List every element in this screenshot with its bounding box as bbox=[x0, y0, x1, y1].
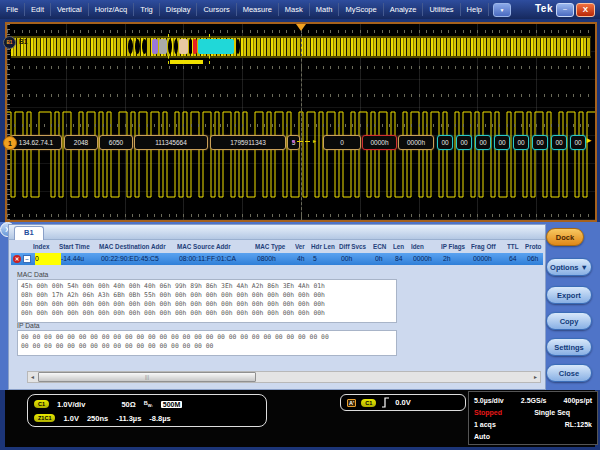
bandwidth-icon: BW: bbox=[144, 400, 153, 408]
trigger-source-badge: C1 bbox=[361, 399, 376, 407]
decode-field: 6050 bbox=[99, 135, 133, 150]
column-header[interactable]: MAC Destination Addr bbox=[99, 241, 177, 253]
channel-impedance: 50Ω bbox=[121, 400, 135, 409]
sample-rate: 2.5GS/s bbox=[521, 397, 547, 404]
row-cell: -14.44u bbox=[61, 253, 101, 265]
row-delete-icon[interactable]: ✕ bbox=[13, 255, 21, 263]
menu-item-myscope[interactable]: MyScope bbox=[339, 3, 383, 16]
decode-field: 134.62.74.1 bbox=[10, 135, 62, 150]
scroll-right-icon[interactable]: ► bbox=[531, 373, 540, 381]
channel-readout[interactable]: C1 1.0V/div 50Ω BW:500M Z1C1 1.0V 250ns … bbox=[27, 394, 267, 427]
column-header[interactable]: Frag Off bbox=[471, 241, 507, 253]
column-header[interactable]: MAC Source Addr bbox=[177, 241, 255, 253]
menu-item-edit[interactable]: Edit bbox=[25, 3, 51, 16]
column-header[interactable]: Iden bbox=[411, 241, 441, 253]
menu-bar: FileEditVerticalHoriz/AcqTrigDisplayCurs… bbox=[0, 0, 600, 19]
decode-field: 1795911343 bbox=[210, 135, 286, 150]
menu-item-utilities[interactable]: Utilities bbox=[423, 3, 460, 16]
decode-activity-marker bbox=[152, 39, 158, 54]
results-table-header: IndexStart TimeMAC Destination AddrMAC S… bbox=[11, 241, 543, 253]
menu-item-cursors[interactable]: Cursors bbox=[197, 3, 236, 16]
decode-field: 2048 bbox=[64, 135, 98, 150]
export-button[interactable]: Export bbox=[546, 286, 592, 304]
resolution: 400ps/pt bbox=[564, 397, 592, 404]
row-cell: 4h bbox=[297, 253, 313, 265]
menu-item-horizacq[interactable]: Horiz/Acq bbox=[89, 3, 135, 16]
row-minimize-icon[interactable]: – bbox=[23, 255, 31, 263]
column-header[interactable]: TTL bbox=[507, 241, 525, 253]
record-length: RL:125k bbox=[565, 421, 592, 428]
bus-b1-handle[interactable]: B1 bbox=[3, 36, 16, 49]
row-cell: 00h bbox=[341, 253, 375, 265]
results-tab-strip: B1 bbox=[9, 225, 545, 240]
menu-item-mask[interactable]: Mask bbox=[279, 3, 310, 16]
trigger-mode: Auto bbox=[474, 433, 490, 440]
decode-activity-marker bbox=[236, 39, 240, 54]
menu-item-vertical[interactable]: Vertical bbox=[51, 3, 89, 16]
decode-field: 00 bbox=[532, 135, 548, 150]
copy-button[interactable]: Copy bbox=[546, 312, 592, 330]
menu-item-file[interactable]: File bbox=[0, 3, 25, 16]
column-header[interactable]: IP Flags bbox=[441, 241, 471, 253]
trigger-level: 0.0V bbox=[395, 398, 410, 407]
zoom-scale: 1.0V bbox=[63, 414, 78, 423]
tek-logo: Tek bbox=[535, 3, 553, 14]
column-header[interactable]: Index bbox=[33, 241, 59, 253]
menu-item-analyze[interactable]: Analyze bbox=[384, 3, 424, 16]
decode-activity-marker bbox=[135, 39, 140, 54]
menu-item-trig[interactable]: Trig bbox=[134, 3, 160, 16]
column-header[interactable]: ECN bbox=[373, 241, 393, 253]
results-table-row[interactable]: ✕–0-14.44u00:22:90:ED:45:C508:00:11:FF:0… bbox=[11, 253, 543, 265]
decode-activity-marker bbox=[159, 39, 167, 54]
options-button[interactable]: Options ▼ bbox=[546, 258, 592, 276]
decode-field: 00 bbox=[513, 135, 529, 150]
tab-b1[interactable]: B1 bbox=[14, 226, 44, 240]
column-header[interactable]: Start Time bbox=[59, 241, 99, 253]
settings-button[interactable]: Settings bbox=[546, 338, 592, 356]
dock-button[interactable]: Dock bbox=[546, 228, 584, 246]
decode-activity-marker bbox=[142, 39, 147, 54]
zoom-timebase: 250ns bbox=[87, 414, 108, 423]
column-header[interactable]: Ver bbox=[295, 241, 311, 253]
decode-field: 00 bbox=[437, 135, 453, 150]
bottom-readout-bar: C1 1.0V/div 50Ω BW:500M Z1C1 1.0V 250ns … bbox=[5, 390, 595, 447]
results-strip: B1 IndexStart TimeMAC Destination AddrMA… bbox=[0, 222, 600, 390]
row-cell: 64 bbox=[509, 253, 527, 265]
row-cell: 5 bbox=[313, 253, 341, 265]
minimize-button[interactable]: – bbox=[556, 3, 574, 17]
menu-overflow-button[interactable]: ▼ bbox=[493, 3, 511, 17]
decode-field: 00 bbox=[494, 135, 510, 150]
menu-item-math[interactable]: Math bbox=[310, 3, 340, 16]
column-header[interactable]: Diff Svcs bbox=[339, 241, 373, 253]
column-header[interactable]: Proto bbox=[525, 241, 543, 253]
ip-data-row: 00 00 00 00 00 00 00 00 00 00 00 00 00 0… bbox=[21, 342, 393, 351]
acquisition-mode: Single Seq bbox=[534, 409, 570, 416]
menu-item-help[interactable]: Help bbox=[461, 3, 489, 16]
menu-item-measure[interactable]: Measure bbox=[237, 3, 279, 16]
rising-edge-icon bbox=[381, 397, 390, 408]
decode-field: 00 bbox=[475, 135, 491, 150]
column-header[interactable]: Len bbox=[393, 241, 411, 253]
trigger-a-icon: A' bbox=[347, 399, 356, 407]
scrollbar-thumb[interactable] bbox=[38, 372, 256, 382]
close-window-button[interactable]: X bbox=[576, 3, 595, 17]
scroll-left-icon[interactable]: ◄ bbox=[28, 373, 37, 381]
mac-data-row: 08h 00h 17h A2h 06h A3h 6Bh 0Bh 55h 00h … bbox=[21, 291, 393, 300]
close-panel-button[interactable]: Close bbox=[546, 364, 592, 382]
zoom-badge: Z1C1 bbox=[34, 414, 55, 422]
decode-field: 0 bbox=[323, 135, 361, 150]
bus-overview-label: B1 bbox=[19, 38, 27, 45]
menu-item-display[interactable]: Display bbox=[160, 3, 198, 16]
acquisition-readout[interactable]: 5.0µs/div 2.5GS/s 400ps/pt Stopped Singl… bbox=[468, 391, 598, 445]
horizontal-scrollbar[interactable]: ◄ ► bbox=[27, 371, 541, 383]
decode-activity-marker bbox=[128, 39, 133, 54]
row-cell: 06h bbox=[527, 253, 543, 265]
trigger-readout[interactable]: A' C1 0.0V bbox=[340, 394, 466, 411]
column-header[interactable]: MAC Type bbox=[255, 241, 295, 253]
ip-data-values: 00 00 00 00 00 00 00 00 00 00 00 00 00 0… bbox=[17, 330, 397, 356]
column-header[interactable]: Hdr Len bbox=[311, 241, 339, 253]
decode-flag-marks: ► bbox=[292, 140, 317, 143]
decode-field: 0000h bbox=[362, 135, 397, 150]
protocol-decode-row: 134.62.74.120486050111345664179591134350… bbox=[7, 135, 595, 151]
bus-waveform-handle[interactable]: 1 bbox=[3, 136, 17, 150]
